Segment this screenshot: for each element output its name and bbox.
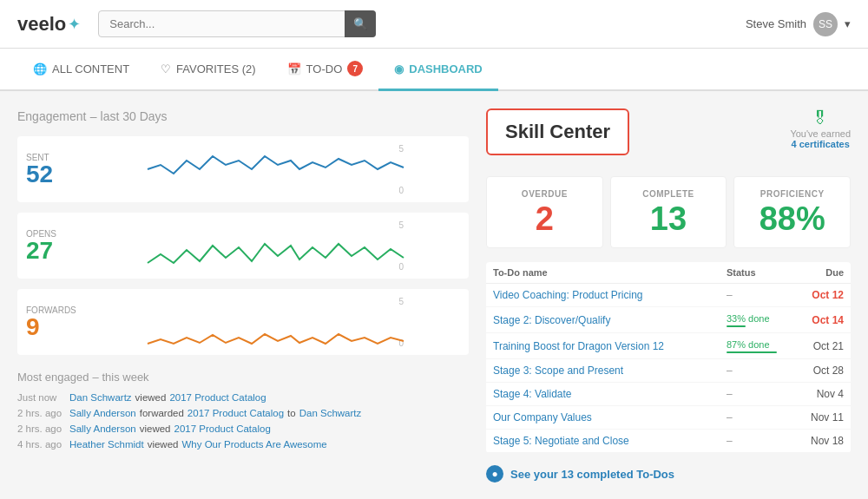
svg-text:0: 0 <box>398 262 404 272</box>
activity-item-4: 4 hrs. ago Heather Schmidt viewed Why Ou… <box>17 439 469 450</box>
activity-item-link-2[interactable]: 2017 Product Catalog <box>187 408 284 418</box>
tab-todo[interactable]: 📅 TO-DO 7 <box>272 49 379 91</box>
todo-badge: 7 <box>347 61 363 76</box>
tab-favorites-label: FAVORITES (2) <box>176 62 256 76</box>
todo-name-link[interactable]: Our Company Values <box>493 411 592 423</box>
certificates-label: You've earned <box>790 128 851 139</box>
search-container: 🔍 <box>98 10 376 37</box>
activity-time-1: Just now <box>17 392 66 403</box>
overdue-label: OVERDUE <box>496 189 594 199</box>
activity-item-1: Just now Dan Schwartz viewed 2017 Produc… <box>17 392 469 403</box>
logo: veelo ✦ <box>17 13 81 36</box>
activity-item-link-1[interactable]: 2017 Product Catalog <box>169 392 266 403</box>
stats-row: OVERDUE 2 COMPLETE 13 PROFICIENCY 88% <box>486 176 851 248</box>
todo-table-header: To-Do name Status Due <box>486 262 851 284</box>
status-dash: – <box>727 289 733 301</box>
due-date-red: Oct 14 <box>812 314 844 326</box>
globe-icon: 🌐 <box>33 62 47 76</box>
due-date: Oct 21 <box>813 340 844 352</box>
todo-name-link[interactable]: Training Boost for Dragon Version 12 <box>493 340 664 352</box>
tab-favorites[interactable]: ♡ FAVORITES (2) <box>145 49 272 91</box>
sent-chart-row: SENT 52 5 0 <box>17 136 469 202</box>
heart-icon: ♡ <box>161 62 171 76</box>
sent-label: SENT 52 <box>26 153 95 187</box>
status-dash: – <box>727 388 733 400</box>
search-button[interactable]: 🔍 <box>345 10 376 37</box>
user-name: Steve Smith <box>746 17 806 30</box>
todo-due-cell: Nov 4 <box>792 383 851 406</box>
status-dash: – <box>727 411 733 423</box>
opens-value: 27 <box>26 239 95 263</box>
activity-person-2[interactable]: Sally Anderson <box>69 408 136 418</box>
right-panel: Skill Center 🎖 You've earned 4 certifica… <box>486 108 851 483</box>
forwards-chart-row: FORWARDS 9 5 0 <box>17 289 469 355</box>
search-input[interactable] <box>98 10 376 37</box>
activity-item-link-3[interactable]: 2017 Product Catalog <box>174 423 271 434</box>
most-engaged-subtitle: – this week <box>93 371 149 384</box>
todo-name-cell: Video Coaching: Product Pricing <box>486 284 720 307</box>
todo-name-cell: Stage 4: Validate <box>486 383 720 406</box>
table-row: Video Coaching: Product Pricing–Oct 12 <box>486 284 851 307</box>
todo-name-link[interactable]: Stage 4: Validate <box>493 388 572 400</box>
user-area: Steve Smith SS ▾ <box>746 12 851 36</box>
opens-sparkline: 5 0 <box>95 220 460 272</box>
todo-name-link[interactable]: Stage 2: Discover/Qualify <box>493 314 610 326</box>
activity-item-3: 2 hrs. ago Sally Anderson viewed 2017 Pr… <box>17 423 469 434</box>
chevron-down-icon[interactable]: ▾ <box>845 17 851 30</box>
table-row: Training Boost for Dragon Version 1287% … <box>486 333 851 359</box>
tab-dashboard-label: DASHBOARD <box>409 62 483 76</box>
todo-name-link[interactable]: Stage 5: Negotiate and Close <box>493 435 629 447</box>
certificates-link[interactable]: 4 certificates <box>792 139 850 149</box>
engagement-subtitle: – last 30 Days <box>90 109 168 123</box>
due-date: Nov 4 <box>817 388 844 400</box>
activity-person-4[interactable]: Heather Schmidt <box>69 439 144 450</box>
table-row: Our Company Values–Nov 11 <box>486 406 851 430</box>
svg-text:5: 5 <box>398 144 404 154</box>
svg-text:5: 5 <box>398 297 404 306</box>
activity-target-2[interactable]: Dan Schwartz <box>299 408 362 418</box>
status-done: 87% done <box>727 339 785 353</box>
sent-chart: 5 0 <box>95 143 460 195</box>
skill-center-title: Skill Center <box>505 121 610 143</box>
todo-status-cell: – <box>720 430 792 453</box>
certificate-icon: 🎖 <box>812 108 829 128</box>
forwards-value: 9 <box>26 315 95 339</box>
activity-item-link-4[interactable]: Why Our Products Are Awesome <box>181 439 326 450</box>
proficiency-label: PROFICIENCY <box>743 189 841 199</box>
todo-name-link[interactable]: Stage 3: Scope and Present <box>493 364 623 377</box>
todo-name-cell: Stage 2: Discover/Qualify <box>486 307 720 333</box>
activity-person-1[interactable]: Dan Schwartz <box>69 392 132 403</box>
todo-name-cell: Training Boost for Dragon Version 12 <box>486 333 720 359</box>
todo-due-cell: Oct 28 <box>792 359 851 383</box>
sent-sparkline: 5 0 <box>95 143 460 195</box>
most-engaged-title: Most engaged – this week <box>17 369 469 384</box>
status-underline <box>727 351 777 353</box>
proficiency-box: PROFICIENCY 88% <box>733 176 851 248</box>
left-panel: Engagement – last 30 Days SENT 52 5 0 OP… <box>17 108 469 483</box>
tab-all-content[interactable]: 🌐 ALL CONTENT <box>17 49 145 91</box>
activity-action-4: viewed <box>148 439 179 450</box>
forwards-chart: 5 0 <box>95 296 460 348</box>
todo-name-cell: Stage 5: Negotiate and Close <box>486 430 720 453</box>
see-completed-icon: ● <box>486 465 503 483</box>
tab-todo-label: TO-DO <box>306 62 343 76</box>
todo-col-name: To-Do name <box>486 262 720 284</box>
svg-text:0: 0 <box>398 186 404 195</box>
todo-col-due: Due <box>792 262 851 284</box>
table-row: Stage 2: Discover/Qualify33% doneOct 14 <box>486 307 851 333</box>
todo-status-cell: – <box>720 406 792 430</box>
tab-dashboard[interactable]: ◉ DASHBOARD <box>378 49 498 91</box>
activity-person-3[interactable]: Sally Anderson <box>69 423 136 434</box>
activity-time-2: 2 hrs. ago <box>17 408 66 418</box>
activity-action-2: forwarded <box>140 408 184 418</box>
todo-due-cell: Nov 18 <box>792 430 851 453</box>
overdue-value: 2 <box>496 202 594 235</box>
search-icon: 🔍 <box>353 17 368 30</box>
activity-to-2: to <box>287 408 296 418</box>
see-completed[interactable]: ● See your 13 completed To-Dos <box>486 465 851 483</box>
todo-name-link[interactable]: Video Coaching: Product Pricing <box>493 289 643 301</box>
header: veelo ✦ 🔍 Steve Smith SS ▾ <box>0 0 868 49</box>
complete-label: COMPLETE <box>620 189 718 199</box>
activity-time-3: 2 hrs. ago <box>17 423 66 434</box>
main-content: Engagement – last 30 Days SENT 52 5 0 OP… <box>0 91 868 499</box>
